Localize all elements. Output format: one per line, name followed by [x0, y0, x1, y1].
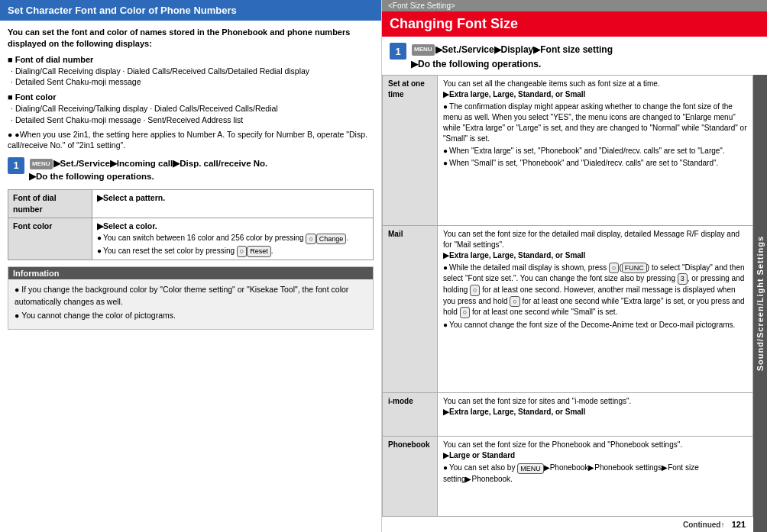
left-step-number: 1 [8, 157, 24, 174]
row-label-phonebook: Phonebook [383, 437, 438, 517]
bullet-item: When "Extra large" is set, "Phonebook" a… [443, 146, 747, 156]
hold-btn-2[interactable]: ○ [510, 296, 519, 308]
left-content: You can set the font and color of names … [0, 21, 381, 532]
left-table: Font of dial number ▶Select a pattern. F… [8, 189, 374, 260]
page-number: 121 [732, 520, 746, 529]
bullet-item: You can set also by MENU▶Phonebook▶Phone… [443, 463, 747, 485]
row-label-font-dial: Font of dial number [8, 190, 92, 218]
change-btn[interactable]: Change [316, 234, 347, 245]
row-content-main: You can set the font size for the detail… [443, 229, 747, 250]
row-content-set-at-once: You can set all the changeable items suc… [438, 76, 753, 225]
sidebar-label-text: Sound/Screen/Light Settings [756, 236, 765, 371]
row-label-mail: Mail [383, 225, 438, 393]
right-step-number: 1 [390, 43, 406, 60]
row-label-imode: i-mode [383, 393, 438, 437]
list-item: Detailed Sent Chaku-moji message · Sent/… [11, 114, 374, 126]
left-intro: You can set the font and color of names … [8, 27, 374, 50]
bullet-item: The confirmation display might appear as… [443, 102, 747, 144]
left-step-text: MENU▶Set./Service▶Incoming call▶Disp. ca… [29, 157, 267, 184]
left-note: ●When you use 2in1, the setting here app… [8, 129, 374, 151]
menu-icon-right: MENU [412, 44, 435, 56]
row-label-font-color: Font color [8, 218, 92, 260]
right-step-text: MENU▶Set./Service▶Display▶Font size sett… [411, 43, 613, 72]
btn-icon: ○ [306, 234, 316, 245]
table-row: Mail You can set the font size for the d… [383, 225, 753, 393]
font-color-heading: Font color [8, 92, 374, 102]
table-row: Set at one time You can set all the chan… [383, 76, 753, 225]
left-title-bar: Set Character Font and Color of Phone Nu… [0, 0, 381, 21]
row-content-phonebook: You can set the font size for the Phoneb… [438, 437, 753, 517]
table-row: Phonebook You can set the font size for … [383, 437, 753, 517]
right-title-bar: Changing Font Size [382, 11, 767, 37]
row-arrow: ▶Large or Standard [443, 450, 747, 461]
hold-btn[interactable]: ○ [470, 285, 480, 296]
left-step-row: 1 MENU▶Set./Service▶Incoming call▶Disp. … [8, 157, 374, 184]
num-btn[interactable]: 3 [678, 273, 688, 285]
row-content-main: You can set the font size for the Phoneb… [443, 440, 747, 450]
info-bullet-2: You cannot change the color of pictogram… [15, 310, 367, 322]
row-arrow: ▶Select a color. [97, 221, 368, 232]
left-title: Set Character Font and Color of Phone Nu… [8, 5, 237, 16]
row-arrow: ▶Extra large, Large, Standard, or Small [443, 250, 747, 261]
sidebar-label: Sound/Screen/Light Settings [753, 75, 767, 532]
right-tag: <Font Size Setting> [382, 0, 767, 11]
reset-btn[interactable]: Reset [247, 246, 271, 257]
func-icon: ○ [609, 263, 619, 274]
bullet-item: You can reset the set color by pressing … [97, 246, 368, 257]
info-box-title: Information [8, 267, 373, 279]
right-panel: <Font Size Setting> Changing Font Size 1… [382, 0, 767, 532]
row-content-font-dial: ▶Select a pattern. [92, 190, 374, 218]
font-dial-number-heading: Font of dial number [8, 55, 374, 64]
page-number-area: Continued↑ 121 [382, 517, 753, 532]
row-arrow: ▶Extra large, Large, Standard, or Small [443, 89, 747, 100]
row-content-mail: You can set the font size for the detail… [438, 225, 753, 393]
bullet-item: You cannot change the font size of the D… [443, 320, 747, 330]
row-content-imode: You can set the font size for sites and … [438, 393, 753, 437]
font-dial-number-list: Dialing/Call Receiving display · Dialed … [11, 66, 374, 88]
right-wrapper: Set at one time You can set all the chan… [382, 75, 767, 532]
func-btn[interactable]: FUNC [622, 263, 647, 274]
row-content-main: You can set all the changeable items suc… [443, 79, 747, 89]
menu-btn[interactable]: MENU [517, 463, 544, 475]
list-item: Dialing/Call Receiving/Talking display ·… [11, 103, 374, 114]
row-content-font-color: ▶Select a color. You can switch between … [92, 218, 374, 260]
font-color-list: Dialing/Call Receiving/Talking display ·… [11, 103, 374, 125]
info-bullet-1: If you change the background color by "C… [15, 284, 367, 308]
bullet-item: While the detailed mail display is shown… [443, 263, 747, 318]
table-row: Font color ▶Select a color. You can swit… [8, 218, 374, 260]
right-main-table: Set at one time You can set all the chan… [382, 75, 753, 517]
right-content: Set at one time You can set all the chan… [382, 75, 753, 532]
left-panel: Set Character Font and Color of Phone Nu… [0, 0, 382, 532]
row-arrow: ▶Select a pattern. [97, 193, 165, 202]
info-box: Information If you change the background… [8, 266, 374, 330]
bullet-item: You can switch between 16 color and 256 … [97, 233, 368, 244]
table-row: Font of dial number ▶Select a pattern. [8, 190, 374, 218]
right-step-row: 1 MENU▶Set./Service▶Display▶Font size se… [382, 37, 767, 75]
bullet-item: When "Small" is set, "Phonebook" and "Di… [443, 158, 747, 169]
list-item: Dialing/Call Receiving display · Dialed … [11, 66, 374, 77]
menu-icon: MENU [30, 159, 53, 169]
table-row: i-mode You can set the font size for sit… [383, 393, 753, 437]
row-label-set-at-once: Set at one time [383, 76, 438, 225]
row-arrow: ▶Extra large, Large, Standard, or Small [443, 407, 747, 418]
row-content-main: You can set the font size for sites and … [443, 396, 747, 407]
btn-icon: ○ [237, 246, 247, 257]
continued-label: Continued↑ [683, 521, 724, 529]
list-item: Detailed Sent Chaku-moji message [11, 76, 374, 88]
hold-btn-3[interactable]: ○ [460, 307, 470, 318]
